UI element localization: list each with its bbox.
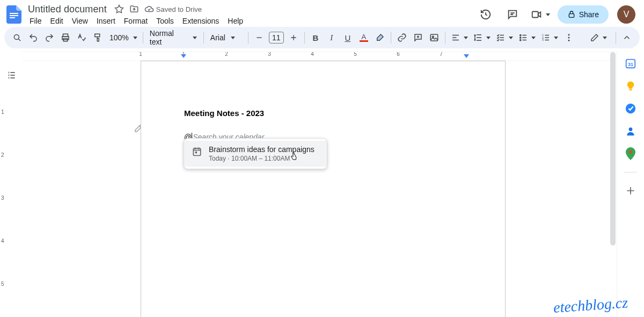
calendar-suggestion-item[interactable]: Brainstorm ideas for campaigns Today · 1… bbox=[184, 141, 327, 167]
svg-rect-2 bbox=[10, 17, 15, 18]
menu-tools[interactable]: Tools bbox=[152, 15, 178, 27]
font-select[interactable]: Arial bbox=[207, 33, 245, 42]
italic-icon[interactable]: I bbox=[324, 30, 339, 45]
horizontal-ruler: 1 1 2 3 4 5 6 7 bbox=[23, 52, 617, 61]
more-icon[interactable] bbox=[561, 30, 576, 45]
comments-icon[interactable] bbox=[502, 4, 523, 25]
svg-point-20 bbox=[568, 40, 569, 41]
svg-text:3: 3 bbox=[542, 39, 544, 41]
redo-icon[interactable] bbox=[42, 30, 57, 45]
svg-rect-4 bbox=[569, 14, 574, 18]
svg-rect-28 bbox=[630, 89, 632, 91]
insert-image-icon[interactable] bbox=[427, 30, 442, 45]
text-color-icon[interactable]: A bbox=[356, 30, 371, 45]
menu-help[interactable]: Help bbox=[224, 15, 247, 27]
docs-logo-icon[interactable] bbox=[4, 5, 24, 24]
tasks-app-icon[interactable] bbox=[624, 102, 637, 115]
keep-app-icon[interactable] bbox=[624, 80, 637, 92]
checklist-icon[interactable] bbox=[494, 30, 515, 45]
svg-rect-1 bbox=[10, 15, 18, 16]
font-size-input[interactable]: 11 bbox=[269, 32, 284, 44]
editing-mode[interactable] bbox=[587, 31, 610, 45]
calendar-app-icon[interactable]: 31 bbox=[624, 57, 637, 70]
menu-insert[interactable]: Insert bbox=[93, 15, 119, 27]
svg-rect-25 bbox=[195, 152, 197, 153]
line-spacing-icon[interactable] bbox=[471, 30, 493, 45]
print-icon[interactable] bbox=[58, 30, 73, 45]
vertical-ruler: 1 2 3 4 5 bbox=[0, 52, 9, 317]
increase-font-icon[interactable] bbox=[286, 30, 301, 45]
suggestion-subtitle: Today · 10:00AM – 11:00AM bbox=[209, 155, 314, 162]
document-page[interactable]: Meeting Notes - 2023 @Search your calend… bbox=[141, 61, 506, 317]
svg-point-30 bbox=[629, 127, 633, 131]
svg-point-5 bbox=[14, 34, 19, 39]
cloud-icon[interactable]: Saved to Drive bbox=[144, 4, 202, 14]
svg-point-19 bbox=[568, 37, 569, 39]
svg-point-18 bbox=[568, 34, 569, 35]
collapse-toolbar-icon[interactable] bbox=[619, 30, 634, 45]
spellcheck-icon[interactable] bbox=[74, 30, 89, 45]
undo-icon[interactable] bbox=[26, 30, 41, 45]
svg-point-12 bbox=[519, 34, 521, 35]
save-state: Saved to Drive bbox=[156, 5, 202, 13]
calendar-suggestion-popup: Brainstorm ideas for campaigns Today · 1… bbox=[184, 138, 327, 169]
svg-rect-0 bbox=[10, 13, 18, 14]
toolbar: 100% Normal text Arial 11 B I U A 123 bbox=[4, 27, 640, 48]
move-icon[interactable] bbox=[129, 4, 139, 14]
menu-view[interactable]: View bbox=[68, 15, 92, 27]
bold-icon[interactable]: B bbox=[308, 30, 323, 45]
doc-title[interactable]: Untitled document bbox=[26, 3, 109, 16]
zoom-select[interactable]: 100% bbox=[106, 30, 140, 45]
svg-rect-10 bbox=[430, 34, 438, 41]
share-button[interactable]: Share bbox=[558, 5, 609, 24]
svg-point-13 bbox=[519, 37, 521, 38]
add-comment-icon[interactable] bbox=[411, 30, 426, 45]
calendar-event-icon bbox=[192, 146, 202, 157]
meet-icon[interactable] bbox=[529, 4, 552, 25]
svg-point-31 bbox=[629, 150, 632, 154]
menu-bar: File Edit View Insert Format Tools Exten… bbox=[26, 15, 475, 27]
star-icon[interactable] bbox=[114, 4, 124, 14]
maps-app-icon[interactable] bbox=[624, 147, 637, 160]
history-icon[interactable] bbox=[475, 4, 496, 25]
bulleted-list-icon[interactable] bbox=[516, 30, 538, 45]
menu-extensions[interactable]: Extensions bbox=[179, 15, 223, 27]
svg-rect-9 bbox=[95, 34, 100, 37]
link-icon[interactable] bbox=[394, 30, 409, 45]
scrollbar-thumb[interactable] bbox=[610, 52, 616, 246]
menu-file[interactable]: File bbox=[26, 15, 46, 27]
side-panel: 31 bbox=[617, 52, 644, 317]
avatar[interactable]: V bbox=[617, 5, 635, 24]
add-app-icon[interactable] bbox=[624, 184, 637, 197]
paintformat-icon[interactable] bbox=[90, 30, 105, 45]
underline-icon[interactable]: U bbox=[340, 30, 355, 45]
numbered-list-icon[interactable]: 123 bbox=[539, 30, 560, 45]
align-icon[interactable] bbox=[449, 30, 470, 45]
svg-rect-3 bbox=[532, 12, 538, 18]
paragraph-style-select[interactable]: Normal text bbox=[147, 29, 200, 46]
highlight-icon[interactable] bbox=[372, 30, 387, 45]
share-label: Share bbox=[579, 10, 599, 19]
menu-edit[interactable]: Edit bbox=[47, 15, 67, 27]
search-icon[interactable] bbox=[10, 30, 25, 45]
menu-format[interactable]: Format bbox=[120, 15, 151, 27]
svg-point-14 bbox=[519, 39, 521, 40]
decrease-font-icon[interactable] bbox=[252, 30, 267, 45]
suggestion-title: Brainstorm ideas for campaigns bbox=[209, 145, 314, 154]
svg-text:31: 31 bbox=[628, 62, 633, 67]
contacts-app-icon[interactable] bbox=[624, 125, 637, 138]
document-heading[interactable]: Meeting Notes - 2023 bbox=[184, 109, 462, 118]
